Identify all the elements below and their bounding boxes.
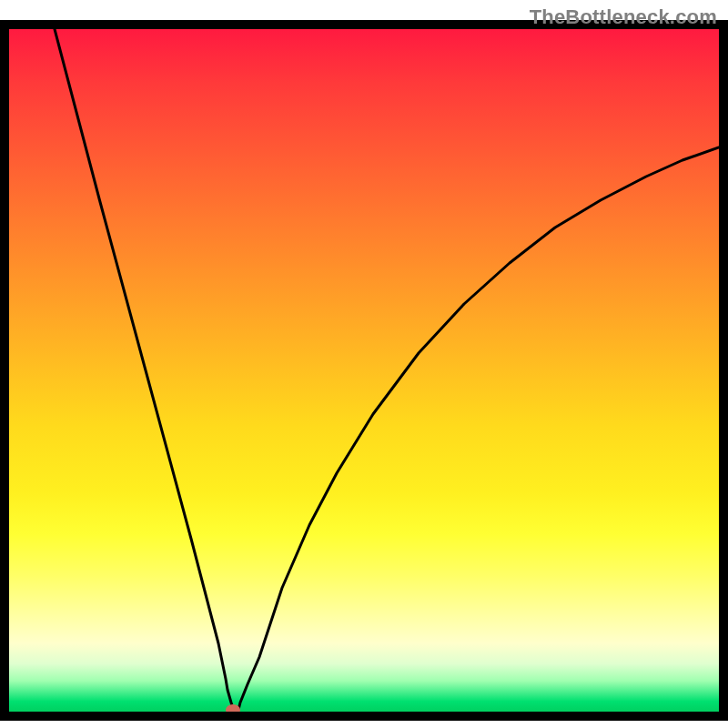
chart-frame bbox=[0, 20, 728, 721]
watermark-label: TheBottleneck.com bbox=[530, 5, 717, 29]
curve-path bbox=[55, 29, 719, 712]
chart-container: TheBottleneck.com bbox=[0, 0, 728, 728]
bottleneck-curve bbox=[9, 29, 719, 712]
min-marker-dot bbox=[226, 704, 240, 712]
